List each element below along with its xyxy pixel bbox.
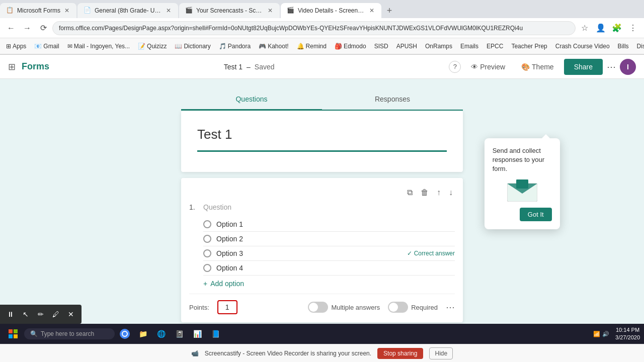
bookmark-dictionary[interactable]: 📖Dictionary (173, 42, 212, 51)
taskbar-app-powerpoint[interactable]: 📊 (189, 326, 205, 342)
copy-question-button[interactable]: ⧉ (405, 186, 415, 199)
bookmark-remind[interactable]: 🔔Remind (295, 42, 329, 51)
tab-close-forms[interactable]: ✕ (63, 6, 70, 15)
bookmark-pandora[interactable]: 🎵Pandora (217, 42, 253, 51)
delete-question-button[interactable]: 🗑 (419, 186, 431, 199)
help-icon[interactable]: ? (449, 61, 461, 73)
more-options-button[interactable]: ⋯ (607, 61, 616, 72)
taskbar-search[interactable]: 🔍 Type here to search (24, 328, 115, 339)
add-option-button[interactable]: + Add option (203, 280, 455, 288)
correct-answer-label: Correct answer (414, 250, 455, 257)
form-tabs: Questions Responses (181, 89, 463, 111)
svg-rect-6 (9, 334, 13, 338)
option-item-4: Option 4 (203, 261, 455, 276)
preview-button[interactable]: 👁 Preview (465, 60, 511, 74)
bookmark-onramps[interactable]: OnRamps (423, 42, 454, 51)
floating-toolbar-close[interactable]: ✕ (64, 308, 77, 321)
bookmark-kahoot[interactable]: 🎮Kahoot! (257, 42, 290, 51)
stop-sharing-button[interactable]: Stop sharing (377, 348, 423, 359)
question-footer: Points: Multiple answers Required ⋯ (189, 294, 455, 314)
bookmark-gmail[interactable]: 📧Gmail (32, 42, 61, 51)
bookmark-dictionary-label: Dictionary (184, 43, 210, 50)
new-tab-button[interactable]: + (382, 4, 396, 18)
taskbar-app-word[interactable]: 📘 (207, 326, 223, 342)
menu-icon[interactable]: ⋮ (626, 21, 640, 35)
bookmark-icon[interactable]: ☆ (578, 21, 592, 35)
check-icon: ✓ (407, 250, 412, 257)
bookmark-sisd-label: SISD (374, 43, 388, 50)
bookmark-emails[interactable]: Emails (458, 42, 480, 51)
bookmark-teacher-prep[interactable]: Teacher Prep (509, 42, 549, 51)
tab-screencasts[interactable]: 🎬 Your Screencasts - Screencastify ✕ (179, 3, 280, 18)
taskbar-app-chrome[interactable] (117, 326, 133, 342)
user-avatar[interactable]: I (620, 59, 636, 75)
taskbar-app-onenote[interactable]: 📓 (171, 326, 187, 342)
bookmark-mail-label: Mail - Ingoyen, Yes... (74, 43, 130, 50)
required-toggle[interactable] (388, 302, 408, 313)
option-radio-2[interactable] (203, 235, 211, 243)
bookmark-sisd[interactable]: SISD (372, 42, 390, 51)
tab-history[interactable]: 📄 General (8th Grade- US History... ✕ (77, 3, 178, 18)
header-center: Test 1 – Saved (55, 63, 443, 71)
forward-button[interactable]: → (20, 21, 34, 35)
tab-video-details[interactable]: 🎬 Video Details - Screencastify ✕ (281, 3, 381, 18)
required-toggle-group: Required (388, 302, 438, 313)
sound-icon[interactable]: 🔊 (602, 331, 609, 337)
tab-questions[interactable]: Questions (181, 89, 322, 111)
taskbar-app-explorer[interactable]: 📁 (135, 326, 151, 342)
start-button[interactable] (4, 325, 22, 343)
extensions-icon[interactable]: 🧩 (610, 21, 624, 35)
tab-responses[interactable]: Responses (322, 89, 463, 110)
option-radio-3[interactable] (203, 249, 211, 257)
option-radio-4[interactable] (203, 264, 211, 272)
app-grid-icon[interactable]: ⊞ (8, 61, 16, 72)
address-bar[interactable]: forms.office.com/Pages/DesignPage.aspx?o… (52, 21, 576, 35)
question-more-button[interactable]: ⋯ (446, 302, 455, 313)
form-title[interactable]: Test 1 (197, 127, 447, 152)
bookmark-epcc-label: EPCC (487, 43, 503, 50)
pen-button[interactable]: ✏ (34, 308, 47, 321)
option-text-1[interactable]: Option 1 (216, 220, 455, 228)
taskbar-app-edge[interactable]: 🌐 (153, 326, 169, 342)
tab-close-history[interactable]: ✕ (165, 6, 172, 15)
option-radio-1[interactable] (203, 220, 211, 228)
required-knob (389, 303, 398, 312)
cursor-button[interactable]: ↖ (19, 308, 32, 321)
tab-close-screencasts[interactable]: ✕ (267, 6, 274, 15)
got-it-button[interactable]: Got It (520, 208, 552, 221)
bookmark-districts[interactable]: Districts (635, 42, 644, 51)
refresh-button[interactable]: ⟳ (36, 21, 50, 35)
bookmark-apush[interactable]: APUSH (394, 42, 419, 51)
tab-microsoft-forms[interactable]: 📋 Microsoft Forms ✕ (0, 3, 76, 18)
system-tray: 📶 🔊 (589, 331, 613, 337)
move-up-button[interactable]: ↑ (435, 186, 443, 199)
tooltip-text: Send and collect responses to your form. (493, 146, 552, 174)
option-text-3[interactable]: Option 3 (216, 249, 402, 257)
multiple-answers-toggle[interactable] (308, 302, 328, 313)
bookmark-epcc[interactable]: EPCC (485, 42, 505, 51)
bookmark-quizizz[interactable]: 📝Quizizz (136, 42, 169, 51)
profile-icon[interactable]: 👤 (594, 21, 608, 35)
tab-close-video[interactable]: ✕ (368, 6, 375, 15)
network-icon[interactable]: 📶 (593, 331, 600, 337)
taskbar-time[interactable]: 10:14 PM 3/27/2020 (615, 326, 640, 342)
multiple-answers-toggle-group: Multiple answers (308, 302, 380, 313)
share-button[interactable]: Share (564, 59, 603, 75)
option-text-2[interactable]: Option 2 (216, 235, 455, 243)
pause-button[interactable]: ⏸ (4, 308, 17, 321)
question-label[interactable]: Question (203, 203, 231, 211)
move-down-button[interactable]: ↓ (447, 186, 455, 199)
bookmark-crash-course[interactable]: Crash Course Video (553, 42, 612, 51)
bookmark-bills[interactable]: Bills (616, 42, 631, 51)
bookmark-apps[interactable]: ⊞Apps (4, 42, 28, 51)
highlight-button[interactable]: 🖊 (49, 308, 62, 321)
option-text-4[interactable]: Option 4 (216, 264, 455, 272)
bookmark-remind-label: Remind (306, 43, 327, 50)
bookmark-mail[interactable]: ✉Mail - Ingoyen, Yes... (65, 42, 132, 51)
back-button[interactable]: ← (4, 21, 18, 35)
bookmark-edmodo[interactable]: 🎒Edmodo (333, 42, 368, 51)
bookmark-pandora-label: Pandora (228, 43, 251, 50)
theme-button[interactable]: 🎨 Theme Send and collect responses to yo… (515, 60, 560, 74)
points-input[interactable] (217, 300, 237, 314)
hide-button[interactable]: Hide (429, 347, 453, 359)
